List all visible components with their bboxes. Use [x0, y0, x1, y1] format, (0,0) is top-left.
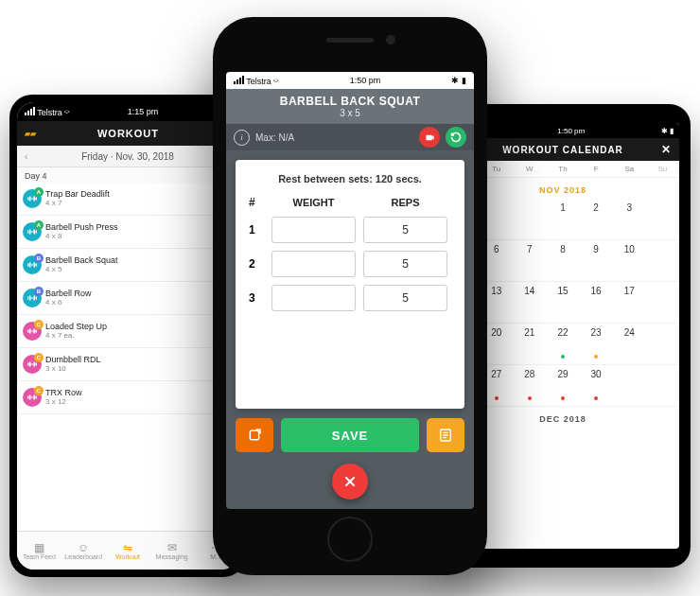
status-left: Telstra ⌔ [25, 107, 69, 117]
close-button[interactable] [332, 464, 368, 500]
svg-rect-26 [36, 363, 38, 366]
wifi-icon: ⌔ [273, 77, 278, 86]
svg-rect-29 [31, 364, 34, 365]
info-icon[interactable]: i [234, 130, 250, 146]
svg-rect-25 [27, 363, 29, 366]
exercise-list[interactable]: ATrap Bar Deadlift4 x 7ABarbell Push Pre… [17, 183, 238, 531]
calendar-day[interactable]: 17 [613, 282, 646, 324]
close-icon[interactable]: ✕ [661, 143, 672, 156]
calendar-day[interactable]: 10 [613, 240, 646, 282]
svg-rect-0 [27, 198, 29, 201]
notes-button[interactable] [427, 418, 464, 452]
set-number: 2 [249, 257, 268, 271]
home-button[interactable] [327, 517, 373, 562]
tab-icon: ⇋ [123, 542, 132, 553]
calendar-day[interactable]: 2 [580, 199, 613, 240]
refresh-button[interactable] [446, 127, 466, 148]
svg-rect-20 [27, 330, 29, 333]
exercise-item[interactable]: ATrap Bar Deadlift4 x 7 [17, 183, 238, 216]
exercise-scheme: 4 x 7 [45, 200, 238, 208]
header-title: WORKOUT [36, 128, 220, 139]
calendar-day[interactable]: 7 [513, 240, 546, 282]
day-number: 24 [624, 327, 635, 338]
calendar-day[interactable]: 16 [580, 282, 613, 324]
reps-input[interactable]: 5 [363, 285, 447, 311]
weight-input[interactable] [271, 285, 356, 311]
calendar-day[interactable]: 1 [546, 199, 579, 240]
day-number: 20 [491, 327, 501, 338]
calendar-day [513, 199, 546, 240]
svg-rect-22 [29, 329, 31, 334]
calendar-day[interactable]: 8 [546, 240, 579, 282]
svg-rect-24 [31, 331, 34, 332]
calendar-day [646, 240, 679, 282]
day-number: 7 [527, 244, 533, 254]
exercise-item[interactable]: CTRX Row3 x 12 [17, 381, 238, 414]
calendar-day[interactable]: 30 [580, 365, 613, 407]
calendar-day [613, 365, 646, 407]
tab-label: Messaging [156, 553, 188, 560]
exercise-item[interactable]: CDumbbell RDL3 x 10 [17, 348, 238, 381]
calendar-day[interactable]: 23 [580, 324, 613, 365]
exercise-icon: C [23, 322, 42, 341]
calendar-day[interactable]: 22 [546, 324, 579, 365]
svg-rect-19 [31, 298, 34, 299]
day-number: 9 [593, 244, 599, 254]
superset-badge: C [34, 320, 44, 329]
signal-icon [25, 107, 35, 115]
calendar-day[interactable]: 9 [580, 240, 613, 282]
weight-input[interactable] [271, 217, 356, 243]
svg-rect-5 [27, 231, 29, 234]
event-dots [528, 396, 532, 400]
day-number: 1 [560, 202, 566, 213]
wifi-icon: ⌔ [64, 108, 69, 117]
day-number: 3 [626, 202, 632, 213]
exercise-text: TRX Row3 x 12 [45, 389, 238, 407]
calendar-day[interactable]: 15 [546, 282, 579, 324]
col-reps: REPS [363, 197, 447, 208]
status-right: ✱ ▮ [661, 127, 674, 135]
exercise-header: BARBELL BACK SQUAT 3 x 5 [226, 89, 474, 124]
calendar-day [646, 282, 679, 324]
weekday: Su [646, 161, 679, 177]
calendar-day[interactable]: 29 [546, 365, 579, 407]
day-number: 22 [557, 327, 568, 338]
date-bar[interactable]: ‹ Friday · Nov. 30, 2018 [17, 146, 238, 167]
tab-team-feed[interactable]: ▦Team Feed [17, 532, 61, 570]
day-number: 16 [591, 286, 602, 296]
event-dots [561, 396, 565, 400]
exercise-item[interactable]: BBarbell Back Squat4 x 5 [17, 249, 238, 282]
exercise-item[interactable]: BBarbell Row4 x 6 [17, 282, 238, 315]
calendar-day[interactable]: 21 [513, 324, 546, 365]
exercise-item[interactable]: CLoaded Step Up4 x 7 ea. [17, 315, 238, 348]
sets-list: 152535 [249, 217, 451, 319]
tab-icon: ✉ [167, 542, 177, 553]
record-button[interactable] [419, 127, 440, 148]
exercise-text: Barbell Back Squat4 x 5 [45, 256, 238, 274]
svg-rect-30 [27, 396, 29, 399]
save-button[interactable]: SAVE [281, 418, 419, 452]
col-weight: WEIGHT [271, 197, 356, 208]
superset-badge: B [34, 254, 44, 263]
weight-input[interactable] [271, 251, 356, 277]
calendar-day[interactable]: 3 [613, 199, 646, 240]
day-number: 28 [524, 369, 534, 379]
tab-leaderboard[interactable]: ☺Leaderboard [61, 532, 106, 570]
exercise-item[interactable]: ABarbell Push Press4 x 8 [17, 216, 238, 249]
share-button[interactable] [236, 418, 273, 452]
calendar-day[interactable]: 24 [613, 324, 646, 365]
tab-workout[interactable]: ⇋Workout [106, 532, 150, 570]
reps-input[interactable]: 5 [363, 251, 447, 277]
tab-messaging[interactable]: ✉Messaging [149, 532, 194, 570]
max-label: Max: N/A [255, 132, 294, 143]
calendar-day[interactable]: 28 [513, 365, 546, 407]
svg-rect-28 [34, 362, 36, 367]
svg-rect-6 [36, 231, 38, 234]
day-number: 30 [591, 369, 602, 379]
calendar-day[interactable]: 14 [513, 282, 546, 324]
weekday: Th [546, 161, 579, 177]
chevron-left-icon[interactable]: ‹ [25, 151, 27, 162]
svg-rect-18 [34, 296, 36, 301]
day-number: 27 [491, 369, 501, 379]
reps-input[interactable]: 5 [363, 217, 447, 243]
